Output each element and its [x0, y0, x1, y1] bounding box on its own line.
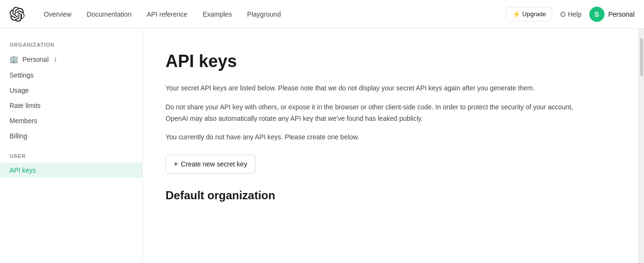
sidebar-item-members[interactable]: Members — [0, 113, 142, 128]
create-secret-key-button[interactable]: + Create new secret key — [166, 155, 255, 174]
upgrade-button[interactable]: ⚡ Upgrade — [506, 7, 552, 21]
layout: ORGANIZATION 🏢 Personal ℹ Settings Usage… — [0, 29, 644, 263]
default-org-title: Default organization — [166, 189, 615, 202]
help-circle-icon: ⊙ — [560, 10, 566, 19]
paragraph-3: You currently do not have any API keys. … — [166, 132, 575, 143]
sidebar-item-rate-limits[interactable]: Rate limits — [0, 98, 142, 113]
avatar: S — [589, 7, 605, 22]
nav-link-documentation[interactable]: Documentation — [79, 7, 139, 22]
nav-link-examples[interactable]: Examples — [195, 7, 239, 22]
sidebar-item-usage[interactable]: Usage — [0, 83, 142, 98]
paragraph-1: Your secret API keys are listed below. P… — [166, 83, 575, 94]
top-nav: Overview Documentation API reference Exa… — [0, 0, 644, 29]
sidebar-usage-label: Usage — [10, 87, 29, 94]
sidebar-item-api-keys[interactable]: API keys — [0, 163, 142, 178]
sidebar: ORGANIZATION 🏢 Personal ℹ Settings Usage… — [0, 29, 143, 263]
info-icon: ℹ — [54, 56, 57, 63]
user-section-label: USER — [0, 153, 142, 159]
sidebar-personal-label: Personal — [22, 56, 49, 63]
bolt-icon: ⚡ — [512, 10, 520, 18]
sidebar-item-settings[interactable]: Settings — [0, 68, 142, 83]
sidebar-item-billing[interactable]: Billing — [0, 128, 142, 144]
nav-right: ⚡ Upgrade ⊙ Help S Personal — [506, 7, 634, 22]
scrollbar-thumb[interactable] — [640, 38, 643, 76]
logo[interactable] — [10, 7, 25, 22]
nav-link-overview[interactable]: Overview — [36, 7, 79, 22]
nav-link-api-reference[interactable]: API reference — [139, 7, 195, 22]
nav-link-playground[interactable]: Playground — [240, 7, 289, 22]
main-content: API keys Your secret API keys are listed… — [143, 29, 638, 263]
user-name: Personal — [608, 10, 634, 18]
help-button[interactable]: ⊙ Help — [560, 10, 582, 19]
scrollbar[interactable] — [638, 29, 644, 263]
sidebar-members-label: Members — [10, 117, 37, 125]
building-icon: 🏢 — [10, 55, 19, 64]
create-button-label: Create new secret key — [181, 160, 247, 168]
sidebar-settings-label: Settings — [10, 71, 34, 79]
nav-links: Overview Documentation API reference Exa… — [36, 7, 506, 22]
org-section-label: ORGANIZATION — [0, 42, 142, 48]
help-label: Help — [568, 10, 582, 18]
sidebar-item-personal[interactable]: 🏢 Personal ℹ — [0, 51, 142, 68]
plus-icon: + — [174, 160, 178, 168]
sidebar-apikeys-label: API keys — [10, 166, 36, 174]
upgrade-label: Upgrade — [522, 10, 546, 18]
sidebar-ratelimits-label: Rate limits — [10, 102, 40, 109]
user-menu[interactable]: S Personal — [589, 7, 634, 22]
page-title: API keys — [166, 51, 615, 71]
sidebar-billing-label: Billing — [10, 132, 27, 140]
paragraph-2: Do not share your API key with others, o… — [166, 102, 575, 125]
